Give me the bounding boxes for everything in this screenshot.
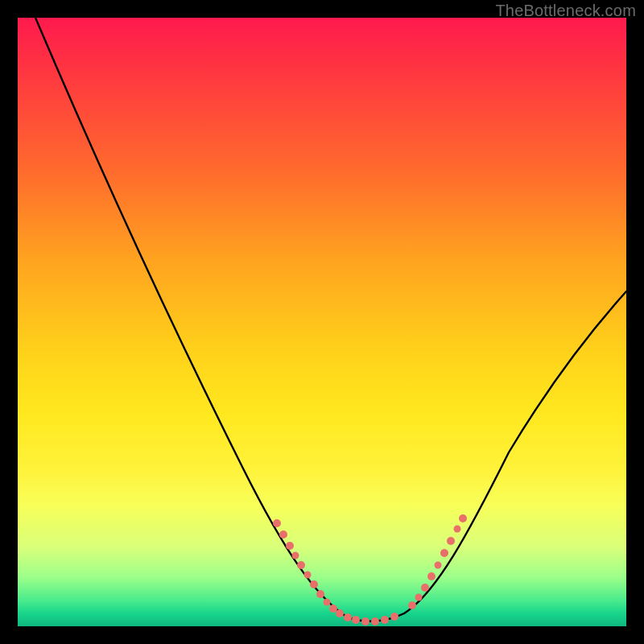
svg-point-0 — [273, 519, 281, 527]
svg-point-17 — [408, 601, 416, 609]
curve-path — [35, 18, 626, 621]
svg-point-23 — [447, 537, 455, 545]
svg-point-21 — [435, 562, 442, 569]
highlight-dots-bottom — [336, 609, 398, 625]
highlight-dots-right — [408, 514, 467, 609]
svg-point-22 — [440, 549, 448, 557]
svg-point-7 — [316, 590, 324, 598]
svg-point-14 — [371, 617, 379, 625]
svg-point-9 — [329, 605, 337, 613]
outer-frame: TheBottleneck.com — [0, 0, 644, 644]
highlight-dots-left — [273, 519, 337, 613]
svg-point-13 — [361, 617, 369, 625]
svg-point-16 — [390, 613, 398, 621]
svg-point-18 — [415, 594, 423, 601]
plot-area — [18, 18, 626, 626]
svg-point-24 — [454, 526, 461, 533]
svg-point-2 — [286, 542, 294, 550]
svg-point-3 — [292, 552, 299, 559]
svg-point-4 — [297, 561, 305, 569]
svg-point-8 — [324, 599, 331, 606]
svg-point-1 — [279, 530, 287, 539]
bottleneck-curve — [18, 18, 626, 626]
svg-point-12 — [352, 616, 360, 624]
svg-point-5 — [304, 572, 312, 579]
svg-point-6 — [310, 580, 318, 588]
svg-point-10 — [336, 609, 344, 617]
svg-point-15 — [381, 616, 389, 624]
svg-point-19 — [421, 584, 429, 592]
svg-point-20 — [427, 572, 436, 580]
svg-point-11 — [344, 613, 352, 621]
svg-point-25 — [459, 514, 467, 522]
